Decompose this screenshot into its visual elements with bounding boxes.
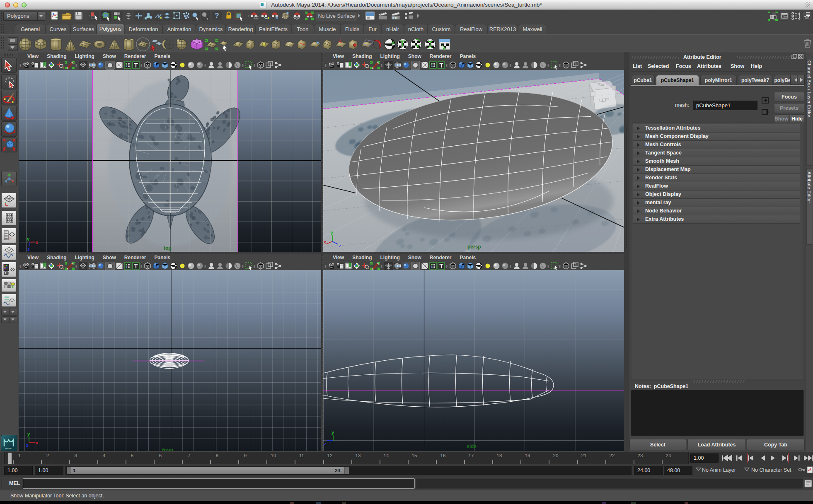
svg-text:top: top bbox=[164, 245, 172, 251]
svg-text:x: x bbox=[36, 440, 39, 445]
svg-text:y: y bbox=[331, 230, 334, 235]
svg-text:y: y bbox=[331, 430, 334, 435]
svg-text:MAYA: MAYA bbox=[5, 447, 12, 450]
svg-text:z: z bbox=[339, 243, 341, 248]
svg-text:y: y bbox=[27, 432, 30, 436]
svg-text:x: x bbox=[36, 240, 39, 245]
svg-text:side: side bbox=[467, 444, 477, 449]
svg-text:z: z bbox=[26, 443, 29, 448]
svg-text:front: front bbox=[162, 448, 173, 451]
svg-text:z: z bbox=[324, 441, 327, 446]
svg-text:IPR: IPR bbox=[392, 17, 397, 19]
svg-text:y: y bbox=[27, 236, 30, 241]
svg-text:persp: persp bbox=[467, 244, 481, 250]
svg-text:x: x bbox=[324, 239, 327, 244]
svg-text:z: z bbox=[27, 246, 30, 251]
